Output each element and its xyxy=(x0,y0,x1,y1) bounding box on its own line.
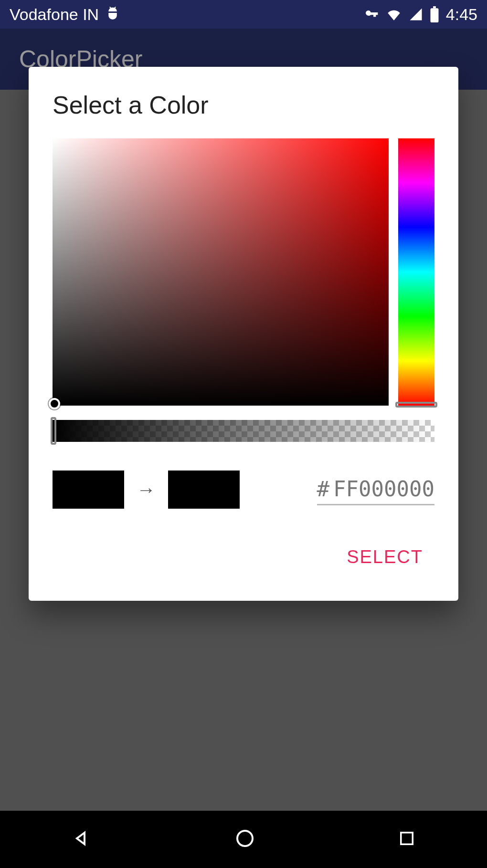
dialog-actions: SELECT xyxy=(53,537,434,577)
preview-row: → #FF000000 xyxy=(53,471,434,509)
sv-thumb[interactable] xyxy=(49,398,60,409)
svg-rect-0 xyxy=(430,8,438,22)
hue-slider[interactable] xyxy=(398,138,434,406)
adb-icon xyxy=(106,5,120,24)
alpha-slider[interactable] xyxy=(53,420,434,442)
arrow-icon: → xyxy=(137,479,156,501)
old-color-swatch xyxy=(53,471,124,509)
wifi-icon xyxy=(386,6,402,22)
status-left: Vodafone IN xyxy=(10,5,120,24)
saturation-value-panel[interactable] xyxy=(53,138,389,406)
hex-input[interactable]: #FF000000 xyxy=(317,474,434,505)
nav-recent-button[interactable] xyxy=(397,828,417,850)
nav-back-button[interactable] xyxy=(70,827,93,852)
nav-home-button[interactable] xyxy=(233,827,256,852)
status-right: 4:45 xyxy=(364,5,477,24)
svg-point-2 xyxy=(237,831,253,846)
picker-row xyxy=(53,138,434,406)
clock-label: 4:45 xyxy=(446,5,477,24)
new-color-swatch xyxy=(168,471,240,509)
color-picker-dialog: Select a Color → #FF000000 SELECT xyxy=(29,67,458,601)
select-button[interactable]: SELECT xyxy=(335,537,434,577)
status-bar: Vodafone IN 4:45 xyxy=(0,0,487,29)
dialog-title: Select a Color xyxy=(53,91,434,119)
hue-thumb[interactable] xyxy=(395,402,437,408)
hex-hash: # xyxy=(317,477,330,501)
svg-rect-1 xyxy=(433,6,436,8)
key-icon xyxy=(364,7,379,22)
hex-value: FF000000 xyxy=(333,477,434,501)
nav-bar xyxy=(0,811,487,868)
carrier-label: Vodafone IN xyxy=(10,5,99,24)
battery-icon xyxy=(430,6,439,22)
cell-icon xyxy=(409,7,423,21)
alpha-overlay xyxy=(53,420,434,442)
svg-rect-3 xyxy=(401,833,413,845)
alpha-thumb[interactable] xyxy=(51,417,56,445)
